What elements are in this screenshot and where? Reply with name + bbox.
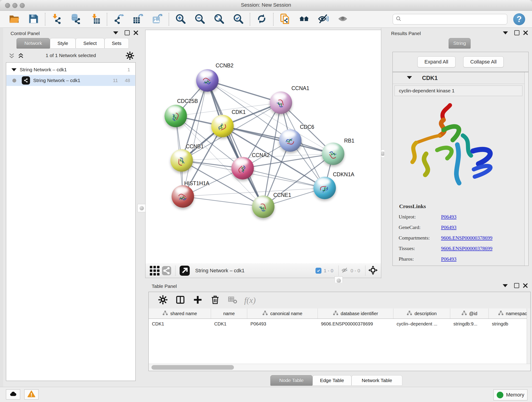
- network-node-hist1h1a[interactable]: [172, 185, 194, 208]
- results-panel-close-icon[interactable]: [523, 30, 529, 36]
- zoom-selected-button[interactable]: [229, 12, 248, 27]
- results-panel-float-icon[interactable]: [514, 30, 520, 36]
- tab-style[interactable]: Style: [50, 38, 76, 49]
- column-header-database-identifier[interactable]: database identifier: [318, 308, 393, 319]
- first-neighbors-button[interactable]: [295, 12, 314, 27]
- search-input[interactable]: [402, 16, 504, 22]
- save-session-button[interactable]: [24, 12, 43, 27]
- export-image-button[interactable]: [147, 12, 167, 27]
- crosslink-link[interactable]: P06493: [441, 256, 456, 262]
- tab-string[interactable]: String: [449, 38, 471, 49]
- table-cell[interactable]: CDK1: [149, 319, 211, 329]
- table-vertical-scrollbar[interactable]: [527, 308, 530, 364]
- left-splitter-handle[interactable]: [138, 204, 146, 212]
- control-panel-close-icon[interactable]: [133, 30, 139, 36]
- table-cell[interactable]: CDK1: [211, 319, 247, 329]
- column-header-namespace[interactable]: namespace: [489, 308, 531, 319]
- tab-network-table[interactable]: Network Table: [351, 375, 402, 386]
- zoom-fit-button[interactable]: [209, 12, 229, 27]
- collection-expander-icon[interactable]: [12, 68, 17, 71]
- left-splitter[interactable]: [138, 28, 145, 387]
- crosslink-link[interactable]: 9606.ENSP00000378699: [441, 245, 492, 251]
- collapse-all-button[interactable]: Collapse All: [463, 56, 504, 67]
- tab-select[interactable]: Select: [76, 38, 104, 49]
- table-cell[interactable]: 9606.ENSP00000378699: [318, 319, 393, 329]
- create-column-button[interactable]: [189, 293, 206, 307]
- column-header-canonical-name[interactable]: canonical name: [247, 308, 318, 319]
- table-panel-float-icon[interactable]: [514, 283, 520, 288]
- table-panel-close-icon[interactable]: [522, 283, 528, 288]
- network-node-cdc25b[interactable]: [165, 105, 187, 127]
- selected-checkbox-icon[interactable]: [316, 268, 322, 274]
- show-columns-button[interactable]: [172, 293, 189, 307]
- network-node-ccnb1[interactable]: [171, 149, 193, 172]
- table-cell[interactable]: stringdb: [489, 319, 531, 329]
- table-cell[interactable]: P06493: [247, 319, 318, 329]
- refresh-layout-button[interactable]: [252, 12, 271, 27]
- clone-network-button[interactable]: [275, 12, 295, 27]
- table-horizontal-scrollbar[interactable]: [149, 364, 530, 371]
- column-header-name[interactable]: name: [211, 308, 247, 319]
- network-node-ccna1[interactable]: [270, 91, 292, 114]
- open-session-button[interactable]: [5, 12, 24, 27]
- tab-network[interactable]: Network: [17, 38, 50, 49]
- network-node-cdc6[interactable]: [279, 129, 302, 152]
- grid-view-icon[interactable]: [149, 265, 161, 277]
- crosslink-link[interactable]: 9606.ENSP00000378699: [441, 235, 492, 241]
- protein-section-header[interactable]: CDK1: [393, 72, 525, 84]
- birdseye-navigator-icon[interactable]: [368, 265, 378, 276]
- help-button[interactable]: ?: [513, 13, 525, 25]
- expand-all-button[interactable]: Expand All: [418, 56, 456, 67]
- delete-column-button[interactable]: [206, 293, 224, 307]
- column-header-shared-name[interactable]: shared name: [149, 308, 211, 319]
- results-scrollbar[interactable]: [525, 72, 528, 266]
- table-settings-button[interactable]: [154, 293, 172, 307]
- delete-table-button[interactable]: [224, 293, 241, 307]
- network-options-gear-icon[interactable]: [126, 51, 134, 61]
- control-panel-menu-icon[interactable]: [113, 30, 119, 36]
- network-node-count: 11: [113, 78, 118, 83]
- show-all-button[interactable]: [333, 12, 352, 27]
- network-collection-row[interactable]: String Network – cdk1 1: [6, 64, 135, 75]
- network-row[interactable]: String Network – cdk1 11 48: [6, 75, 135, 86]
- table-cell[interactable]: cyclin–dependent ...: [393, 319, 450, 329]
- network-list: String Network – cdk1 1 String Network –…: [6, 62, 136, 381]
- table-panel-menu-icon[interactable]: [502, 283, 508, 288]
- network-node-cdkn1a[interactable]: [313, 177, 336, 199]
- scrollbar-thumb[interactable]: [152, 365, 234, 370]
- import-table-button[interactable]: [86, 12, 105, 27]
- zoom-in-button[interactable]: [171, 12, 190, 27]
- column-header-description[interactable]: description: [393, 308, 450, 319]
- network-node-rb1[interactable]: [322, 143, 344, 165]
- function-builder-button[interactable]: f(x): [241, 293, 259, 307]
- network-node-ccne1[interactable]: [252, 196, 274, 218]
- warning-status-button[interactable]: [24, 389, 38, 400]
- import-network-file-button[interactable]: [47, 12, 66, 27]
- control-panel-float-icon[interactable]: [124, 30, 130, 36]
- crosslink-link[interactable]: P06493: [441, 224, 456, 230]
- network-view-title: String Network – cdk1: [195, 268, 244, 274]
- table-cell[interactable]: stringdb:9...: [450, 319, 489, 329]
- tab-node-table[interactable]: Node Table: [270, 375, 312, 386]
- export-table-button[interactable]: [128, 12, 147, 27]
- network-view-share-icon[interactable]: [161, 265, 172, 277]
- memory-button[interactable]: Memory: [494, 389, 527, 400]
- import-network-database-button[interactable]: [66, 12, 86, 27]
- tab-sets[interactable]: Sets: [104, 38, 129, 49]
- window-left-splitter[interactable]: [0, 28, 3, 387]
- export-network-button[interactable]: [109, 12, 128, 27]
- hide-selected-button[interactable]: [314, 12, 333, 27]
- column-header--id[interactable]: @id: [450, 308, 489, 319]
- zoom-out-button[interactable]: [190, 12, 209, 27]
- network-node-ccnb2[interactable]: [196, 69, 219, 92]
- protein-expander-icon[interactable]: [407, 76, 412, 80]
- network-canvas[interactable]: CCNB2 CCNA1 CDC25B CDK1 CDC6 RB1 CCNB1 C…: [145, 30, 381, 264]
- results-panel-menu-icon[interactable]: [502, 30, 508, 36]
- cloud-status-button[interactable]: [6, 389, 20, 400]
- network-node-ccna2[interactable]: [231, 157, 254, 179]
- table-row[interactable]: CDK1CDK1P064939606.ENSP00000378699cyclin…: [149, 319, 531, 329]
- network-node-cdk1[interactable]: [211, 115, 234, 137]
- tab-edge-table[interactable]: Edge Table: [312, 375, 351, 386]
- crosslink-link[interactable]: P06493: [441, 214, 456, 220]
- detach-view-button[interactable]: [178, 265, 191, 277]
